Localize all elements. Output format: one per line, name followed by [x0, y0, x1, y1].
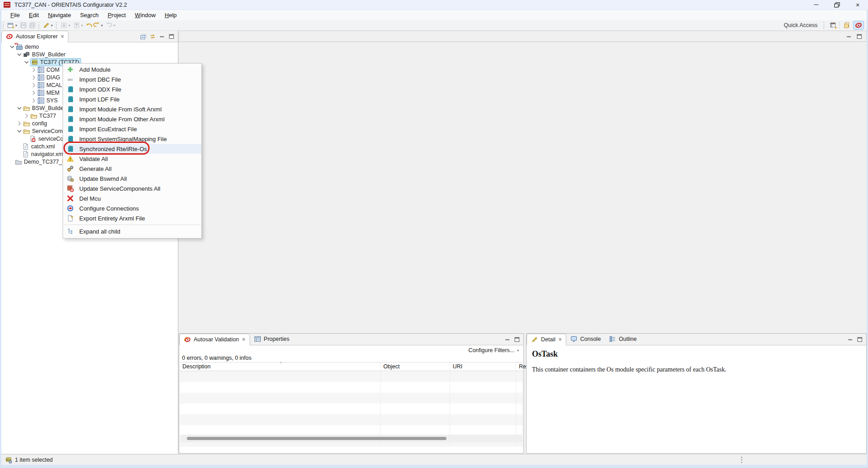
menu-project[interactable]: Project — [103, 10, 130, 20]
table-row[interactable] — [180, 414, 523, 425]
configure-filters-button[interactable]: Configure Filters... — [468, 347, 514, 353]
menu-item-export-entirety-arxml-file[interactable]: Export Entirety Arxml File — [63, 213, 201, 223]
tab-autosar-validation[interactable]: Autosar Validation × — [179, 334, 250, 345]
tab-console[interactable]: Console — [566, 333, 605, 345]
menu-navigate[interactable]: Navigate — [43, 10, 75, 20]
chevron-expanded-icon[interactable] — [23, 59, 30, 66]
menu-item-generate-all[interactable]: Generate All — [63, 164, 201, 174]
export-button[interactable]: ▾ — [72, 21, 85, 30]
orientais-perspective-button[interactable] — [853, 21, 864, 30]
column-header-object[interactable]: Object — [381, 362, 450, 371]
menu-item-synchronized-rte-irte-os[interactable]: Synchronized Rte/iRte-Os — [63, 144, 201, 154]
chevron-collapsed-icon[interactable] — [30, 66, 37, 73]
menu-item-expand-all-child[interactable]: Expand all child — [63, 226, 201, 236]
filter-dropdown-icon[interactable]: ▾ — [517, 349, 519, 353]
dbc-file-icon: dbc — [66, 76, 74, 83]
menu-item-add-module[interactable]: Add Module — [63, 64, 201, 74]
menu-item-import-odx-file[interactable]: Import ODX File — [63, 84, 201, 94]
table-row[interactable] — [180, 404, 523, 414]
restore-button[interactable] — [827, 0, 847, 9]
menu-item-import-systemsignalmapping-file[interactable]: Import SystemSignalMapping File — [63, 134, 201, 144]
resource-perspective-button[interactable] — [842, 21, 852, 29]
quick-access-button[interactable]: Quick Access — [779, 21, 822, 29]
menu-item-import-dbc-file[interactable]: dbcImport DBC File — [63, 74, 201, 84]
import-button[interactable]: ▾ — [59, 21, 72, 30]
back-history-button[interactable]: ▾ — [85, 21, 105, 30]
table-cell — [450, 393, 516, 404]
dropdown-arrow-icon: ▾ — [81, 23, 83, 28]
pencil-icon — [43, 22, 50, 29]
tree-item-label: ServiceComp — [32, 128, 66, 134]
menu-edit[interactable]: Edit — [24, 10, 43, 20]
tab-outline[interactable]: Outline — [605, 333, 641, 345]
menu-item-label: Configure Connections — [79, 205, 139, 212]
new-wizard-button[interactable]: ★▾ — [6, 21, 19, 30]
tab-autosar-explorer[interactable]: Autosar Explorer × — [1, 31, 68, 42]
chevron-collapsed-icon[interactable] — [30, 89, 37, 96]
tab-detail[interactable]: Detail × — [527, 334, 566, 345]
column-header-description[interactable]: Description ^ — [180, 362, 381, 371]
menu-item-import-module-from-isoft-arxml[interactable]: Import Module From iSoft Arxml — [63, 104, 201, 114]
chevron-collapsed-icon[interactable] — [16, 120, 23, 127]
link-with-editor-button[interactable] — [150, 33, 156, 40]
menu-item-configure-connections[interactable]: Configure Connections — [63, 203, 201, 213]
chevron-collapsed-icon[interactable] — [30, 82, 37, 89]
menu-item-import-ecuextract-file[interactable]: Import EcuExtract File — [63, 124, 201, 134]
maximize-editor-button[interactable] — [856, 33, 863, 40]
table-row[interactable] — [180, 382, 523, 393]
menu-item-label: Export Entirety Arxml File — [79, 215, 145, 222]
minimize-view-button[interactable] — [504, 336, 511, 343]
list-icon — [37, 89, 45, 96]
minimize-view-button[interactable] — [847, 336, 854, 343]
chevron-collapsed-icon[interactable] — [23, 112, 30, 119]
close-tab-icon[interactable]: × — [61, 33, 64, 40]
menu-search[interactable]: Search — [76, 10, 103, 20]
tree-item-content: MCAL — [37, 82, 62, 89]
menu-window[interactable]: Window — [130, 10, 160, 20]
scrollbar-thumb[interactable] — [187, 437, 446, 440]
folder-icon — [30, 112, 37, 119]
chevron-collapsed-icon[interactable] — [30, 74, 37, 81]
open-perspective-button[interactable]: ★ — [828, 21, 838, 29]
menu-item-validate-all[interactable]: Validate All — [63, 154, 201, 164]
close-tab-icon[interactable]: × — [559, 336, 562, 343]
save-button[interactable] — [19, 21, 28, 30]
close-button[interactable]: × — [847, 0, 868, 9]
menu-item-del-mcu[interactable]: Del Mcu — [63, 193, 201, 203]
menu-item-update-servicecomponents-all[interactable]: Update ServiceComponents All — [63, 184, 201, 193]
column-header-uri[interactable]: URI — [450, 362, 516, 371]
minimize-view-button[interactable] — [159, 33, 165, 40]
tree-item-label: MEM — [46, 90, 59, 96]
separator — [839, 22, 840, 29]
chevron-collapsed-icon[interactable] — [30, 97, 37, 104]
toolbar-grip — [38, 22, 40, 29]
chevron-expanded-icon[interactable] — [16, 105, 23, 112]
close-icon: × — [856, 2, 859, 8]
minimize-button[interactable] — [806, 0, 827, 9]
minimize-editor-button[interactable] — [846, 33, 852, 40]
menu-item-import-module-from-other-arxml[interactable]: Import Module From Other Arxml — [63, 114, 201, 124]
tab-properties[interactable]: Properties — [250, 333, 294, 345]
column-header-repair[interactable]: Re — [516, 362, 527, 371]
save-all-button[interactable] — [28, 21, 37, 30]
forward-history-button[interactable]: ▾ — [105, 21, 117, 30]
collapse-all-button[interactable] — [140, 33, 146, 40]
horizontal-scrollbar[interactable] — [181, 435, 522, 442]
menu-item-import-ldf-file[interactable]: Import LDF File — [63, 94, 201, 104]
tree-item-demo[interactable]: 40demo — [1, 43, 177, 50]
maximize-view-button[interactable] — [857, 336, 863, 343]
menu-bar: FileEditNavigateSearchProjectWindowHelp — [1, 10, 867, 20]
close-tab-icon[interactable]: × — [242, 336, 245, 343]
table-row[interactable] — [180, 371, 523, 382]
menu-file[interactable]: File — [6, 10, 24, 20]
menu-item-label: Import SystemSignalMapping File — [79, 136, 167, 142]
chevron-expanded-icon[interactable] — [16, 128, 23, 135]
maximize-view-button[interactable] — [168, 33, 175, 40]
chevron-expanded-icon[interactable] — [16, 51, 23, 58]
table-row[interactable] — [180, 393, 523, 404]
maximize-view-button[interactable] — [514, 336, 520, 343]
edit-actions-button[interactable]: ▾ — [42, 21, 55, 30]
menu-help[interactable]: Help — [160, 10, 182, 20]
tree-item-bsw-builder[interactable]: BSW_Builder — [1, 50, 177, 58]
menu-item-update-bswmd-all[interactable]: Update Bswmd All — [63, 174, 201, 184]
